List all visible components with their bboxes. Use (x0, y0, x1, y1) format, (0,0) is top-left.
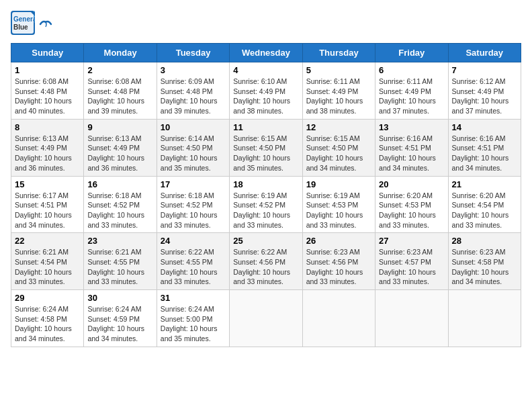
cell-sun-info: Sunrise: 6:23 AM Sunset: 4:56 PM Dayligh… (306, 247, 371, 287)
logo-icon: General Blue (11, 11, 35, 35)
day-number: 8 (15, 122, 80, 132)
calendar-cell: 23Sunrise: 6:21 AM Sunset: 4:55 PM Dayli… (84, 233, 157, 290)
day-number: 22 (15, 236, 80, 246)
calendar-cell: 22Sunrise: 6:21 AM Sunset: 4:54 PM Dayli… (11, 233, 84, 290)
cell-sun-info: Sunrise: 6:17 AM Sunset: 4:51 PM Dayligh… (15, 191, 80, 230)
day-number: 9 (87, 122, 152, 132)
cell-sun-info: Sunrise: 6:12 AM Sunset: 4:49 PM Dayligh… (452, 77, 517, 116)
day-number: 24 (161, 236, 226, 246)
day-number: 18 (233, 179, 298, 189)
calendar-cell: 20Sunrise: 6:20 AM Sunset: 4:53 PM Dayli… (375, 176, 448, 233)
cell-sun-info: Sunrise: 6:19 AM Sunset: 4:52 PM Dayligh… (233, 191, 298, 230)
logo: General Blue (11, 11, 52, 35)
weekday-header: Saturday (448, 44, 521, 62)
calendar-cell: 28Sunrise: 6:23 AM Sunset: 4:58 PM Dayli… (448, 233, 521, 290)
weekday-header: Sunday (11, 44, 84, 62)
day-number: 15 (15, 179, 80, 189)
calendar-cell: 16Sunrise: 6:18 AM Sunset: 4:52 PM Dayli… (84, 176, 157, 233)
calendar-cell: 30Sunrise: 6:24 AM Sunset: 4:59 PM Dayli… (84, 290, 157, 347)
calendar-cell: 7Sunrise: 6:12 AM Sunset: 4:49 PM Daylig… (448, 62, 521, 120)
cell-sun-info: Sunrise: 6:13 AM Sunset: 4:49 PM Dayligh… (87, 134, 152, 173)
day-number: 20 (379, 179, 444, 189)
calendar-cell: 12Sunrise: 6:15 AM Sunset: 4:50 PM Dayli… (302, 119, 375, 176)
calendar-cell (375, 290, 448, 347)
day-number: 11 (233, 122, 298, 132)
calendar-week-row: 1Sunrise: 6:08 AM Sunset: 4:48 PM Daylig… (11, 62, 521, 120)
calendar-cell: 17Sunrise: 6:18 AM Sunset: 4:52 PM Dayli… (157, 176, 229, 233)
calendar-cell: 1Sunrise: 6:08 AM Sunset: 4:48 PM Daylig… (11, 62, 84, 120)
calendar-cell (302, 290, 375, 347)
cell-sun-info: Sunrise: 6:22 AM Sunset: 4:56 PM Dayligh… (233, 247, 298, 287)
calendar-cell: 21Sunrise: 6:20 AM Sunset: 4:54 PM Dayli… (448, 176, 521, 233)
svg-text:General: General (13, 15, 35, 23)
cell-sun-info: Sunrise: 6:24 AM Sunset: 4:58 PM Dayligh… (15, 304, 80, 344)
cell-sun-info: Sunrise: 6:20 AM Sunset: 4:53 PM Dayligh… (379, 191, 444, 230)
calendar-cell: 18Sunrise: 6:19 AM Sunset: 4:52 PM Dayli… (230, 176, 302, 233)
cell-sun-info: Sunrise: 6:11 AM Sunset: 4:49 PM Dayligh… (306, 77, 371, 116)
cell-sun-info: Sunrise: 6:13 AM Sunset: 4:49 PM Dayligh… (15, 134, 80, 173)
day-number: 17 (161, 179, 226, 189)
page-header: General Blue (11, 11, 521, 35)
day-number: 1 (15, 65, 80, 75)
calendar-week-row: 22Sunrise: 6:21 AM Sunset: 4:54 PM Dayli… (11, 233, 521, 290)
calendar-header-row: SundayMondayTuesdayWednesdayThursdayFrid… (11, 44, 521, 62)
cell-sun-info: Sunrise: 6:23 AM Sunset: 4:57 PM Dayligh… (379, 247, 444, 287)
cell-sun-info: Sunrise: 6:08 AM Sunset: 4:48 PM Dayligh… (87, 77, 152, 116)
cell-sun-info: Sunrise: 6:11 AM Sunset: 4:49 PM Dayligh… (379, 77, 444, 116)
calendar-cell: 6Sunrise: 6:11 AM Sunset: 4:49 PM Daylig… (375, 62, 448, 120)
cell-sun-info: Sunrise: 6:15 AM Sunset: 4:50 PM Dayligh… (306, 134, 371, 173)
cell-sun-info: Sunrise: 6:16 AM Sunset: 4:51 PM Dayligh… (452, 134, 517, 173)
calendar-table: SundayMondayTuesdayWednesdayThursdayFrid… (11, 43, 521, 347)
weekday-header: Monday (84, 44, 157, 62)
day-number: 12 (306, 122, 371, 132)
calendar-cell: 29Sunrise: 6:24 AM Sunset: 4:58 PM Dayli… (11, 290, 84, 347)
cell-sun-info: Sunrise: 6:24 AM Sunset: 5:00 PM Dayligh… (161, 304, 226, 344)
day-number: 19 (306, 179, 371, 189)
calendar-cell: 9Sunrise: 6:13 AM Sunset: 4:49 PM Daylig… (84, 119, 157, 176)
day-number: 23 (87, 236, 152, 246)
day-number: 13 (379, 122, 444, 132)
day-number: 6 (379, 65, 444, 75)
day-number: 5 (306, 65, 371, 75)
cell-sun-info: Sunrise: 6:21 AM Sunset: 4:55 PM Dayligh… (87, 247, 152, 287)
cell-sun-info: Sunrise: 6:15 AM Sunset: 4:50 PM Dayligh… (233, 134, 298, 173)
cell-sun-info: Sunrise: 6:18 AM Sunset: 4:52 PM Dayligh… (87, 191, 152, 230)
calendar-cell (230, 290, 302, 347)
day-number: 30 (87, 293, 152, 303)
calendar-cell: 24Sunrise: 6:22 AM Sunset: 4:55 PM Dayli… (157, 233, 229, 290)
day-number: 27 (379, 236, 444, 246)
cell-sun-info: Sunrise: 6:18 AM Sunset: 4:52 PM Dayligh… (161, 191, 226, 230)
day-number: 10 (161, 122, 226, 132)
weekday-header: Friday (375, 44, 448, 62)
day-number: 4 (233, 65, 298, 75)
logo-bird-icon (39, 19, 52, 30)
cell-sun-info: Sunrise: 6:23 AM Sunset: 4:58 PM Dayligh… (452, 247, 517, 287)
calendar-cell: 15Sunrise: 6:17 AM Sunset: 4:51 PM Dayli… (11, 176, 84, 233)
calendar-cell: 10Sunrise: 6:14 AM Sunset: 4:50 PM Dayli… (157, 119, 229, 176)
calendar-cell: 2Sunrise: 6:08 AM Sunset: 4:48 PM Daylig… (84, 62, 157, 120)
day-number: 16 (87, 179, 152, 189)
calendar-cell: 14Sunrise: 6:16 AM Sunset: 4:51 PM Dayli… (448, 119, 521, 176)
weekday-header: Tuesday (157, 44, 229, 62)
calendar-week-row: 29Sunrise: 6:24 AM Sunset: 4:58 PM Dayli… (11, 290, 521, 347)
day-number: 29 (15, 293, 80, 303)
cell-sun-info: Sunrise: 6:16 AM Sunset: 4:51 PM Dayligh… (379, 134, 444, 173)
calendar-cell: 13Sunrise: 6:16 AM Sunset: 4:51 PM Dayli… (375, 119, 448, 176)
day-number: 14 (452, 122, 517, 132)
calendar-cell: 26Sunrise: 6:23 AM Sunset: 4:56 PM Dayli… (302, 233, 375, 290)
svg-text:Blue: Blue (13, 24, 28, 31)
cell-sun-info: Sunrise: 6:10 AM Sunset: 4:49 PM Dayligh… (233, 77, 298, 116)
weekday-header: Wednesday (230, 44, 302, 62)
calendar-cell: 25Sunrise: 6:22 AM Sunset: 4:56 PM Dayli… (230, 233, 302, 290)
day-number: 2 (87, 65, 152, 75)
day-number: 25 (233, 236, 298, 246)
cell-sun-info: Sunrise: 6:14 AM Sunset: 4:50 PM Dayligh… (161, 134, 226, 173)
calendar-cell: 19Sunrise: 6:19 AM Sunset: 4:53 PM Dayli… (302, 176, 375, 233)
cell-sun-info: Sunrise: 6:20 AM Sunset: 4:54 PM Dayligh… (452, 191, 517, 230)
calendar-cell (448, 290, 521, 347)
day-number: 26 (306, 236, 371, 246)
cell-sun-info: Sunrise: 6:19 AM Sunset: 4:53 PM Dayligh… (306, 191, 371, 230)
calendar-week-row: 8Sunrise: 6:13 AM Sunset: 4:49 PM Daylig… (11, 119, 521, 176)
cell-sun-info: Sunrise: 6:24 AM Sunset: 4:59 PM Dayligh… (87, 304, 152, 344)
cell-sun-info: Sunrise: 6:21 AM Sunset: 4:54 PM Dayligh… (15, 247, 80, 287)
